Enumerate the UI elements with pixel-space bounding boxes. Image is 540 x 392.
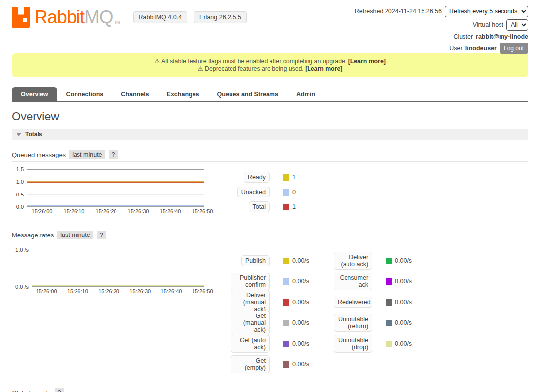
banner-line-deprecated: ⚠ Deprecated features are being used. [L… bbox=[17, 65, 523, 73]
unroutable-return-value: 0.00/s bbox=[395, 319, 412, 326]
rabbitmq-version-badge: RabbitMQ 4.0.4 bbox=[133, 11, 188, 23]
banner-line-feature-flags: ⚠ All stable feature flags must be enabl… bbox=[17, 58, 523, 65]
x-tick-label: 15:26:40 bbox=[161, 288, 182, 294]
learn-more-link-1[interactable]: [Learn more] bbox=[348, 58, 386, 65]
unroutable-drop-value: 0.00/s bbox=[395, 340, 412, 347]
virtual-host-label: Virtual host bbox=[473, 21, 503, 28]
queued-help-badge[interactable]: ? bbox=[109, 150, 118, 159]
redelivered-value: 0.00/s bbox=[395, 299, 412, 306]
legend-label-publisher-confirm: Publisher confirm bbox=[231, 273, 270, 290]
deliver-auto-ack-swatch-icon bbox=[386, 258, 392, 264]
x-tick-label: 15:26:00 bbox=[32, 208, 53, 214]
publish-swatch-icon bbox=[283, 258, 289, 264]
global-counts-heading: Global counts ? bbox=[12, 388, 528, 392]
legend-label-get-empty: Get (empty) bbox=[231, 355, 270, 373]
brand-primary: Rabbit bbox=[35, 7, 84, 28]
x-tick-label: 15:26:50 bbox=[192, 288, 213, 294]
y-tick-label: 1.0 /s bbox=[15, 247, 29, 253]
legend-label-redelivered: Redelivered bbox=[334, 297, 372, 308]
warning-banner: ⚠ All stable feature flags must be enabl… bbox=[12, 53, 528, 77]
brand-secondary: MQ bbox=[84, 7, 113, 28]
tab-connections[interactable]: Connections bbox=[57, 87, 113, 101]
queued-range-badge[interactable]: last minute bbox=[69, 150, 105, 159]
legend-label-get-auto-ack: Get (auto ack) bbox=[231, 335, 270, 353]
ready-swatch-icon bbox=[283, 174, 289, 181]
virtual-host-select[interactable]: All bbox=[506, 19, 528, 31]
x-tick-label: 15:26:20 bbox=[96, 208, 117, 214]
erlang-version-badge: Erlang 26.2.5.5 bbox=[194, 11, 247, 23]
total-swatch-icon bbox=[283, 204, 289, 210]
x-tick-label: 15:26:30 bbox=[128, 208, 149, 214]
global-counts-help-badge[interactable]: ? bbox=[55, 388, 64, 392]
x-tick-label: 15:26:00 bbox=[36, 288, 57, 294]
legend-label-get-manual-ack: Get (manual ack) bbox=[231, 311, 270, 335]
y-tick-label: 1.5 bbox=[16, 166, 24, 172]
redelivered-swatch-icon bbox=[386, 299, 392, 306]
legend-label-consumer-ack: Consumer ack bbox=[334, 273, 372, 290]
rates-y-axis: 1.0 /s0.0 /s bbox=[12, 250, 32, 287]
rates-help-badge[interactable]: ? bbox=[97, 231, 106, 239]
tab-bar: OverviewConnectionsChannelsExchangesQueu… bbox=[12, 87, 528, 102]
tab-channels[interactable]: Channels bbox=[112, 87, 157, 101]
warning-icon-text: ⚠ All stable feature flags must be enabl… bbox=[154, 58, 347, 65]
unroutable-drop-swatch-icon bbox=[386, 341, 392, 347]
deliver-manual-ack-value: 0.00/s bbox=[292, 299, 309, 306]
legend-label-ready: Ready bbox=[244, 172, 270, 183]
rabbitmq-logo[interactable]: RabbitMQTM bbox=[12, 7, 120, 28]
publisher-confirm-value: 0.00/s bbox=[292, 278, 309, 285]
rates-x-axis: 15:26:0015:26:1015:26:2015:26:3015:26:40… bbox=[32, 288, 204, 296]
tab-queues-and-streams[interactable]: Queues and Streams bbox=[208, 87, 287, 101]
x-tick-label: 15:26:30 bbox=[129, 288, 151, 294]
message-rates-heading: Message rates last minute ? bbox=[12, 231, 528, 242]
tab-exchanges[interactable]: Exchanges bbox=[158, 87, 208, 101]
message-rates-chart: 1.0 /s0.0 /s 15:26:0015:26:1015:26:2015:… bbox=[12, 250, 528, 375]
cluster-name: rabbit@my-linode bbox=[476, 33, 528, 40]
y-tick-label: 0.0 /s bbox=[15, 284, 29, 290]
get-manual-ack-swatch-icon bbox=[283, 320, 289, 326]
y-tick-label: 0.0 bbox=[16, 204, 24, 210]
rates-legend: PublishPublisher confirmDeliver (manual … bbox=[228, 250, 412, 375]
unacked-value: 0 bbox=[292, 189, 296, 196]
rates-plot-area bbox=[32, 250, 204, 287]
total-value: 1 bbox=[292, 203, 296, 210]
consumer-ack-swatch-icon bbox=[386, 278, 392, 285]
unroutable-return-swatch-icon bbox=[386, 320, 392, 326]
deliver-auto-ack-value: 0.00/s bbox=[395, 257, 412, 264]
main-content: Overview Totals Queued messages last min… bbox=[0, 110, 540, 392]
x-tick-label: 15:26:40 bbox=[160, 208, 181, 214]
legend-label-publish: Publish bbox=[241, 255, 270, 266]
queued-y-axis: 1.51.00.50.0 bbox=[12, 169, 27, 207]
totals-label: Totals bbox=[25, 131, 42, 138]
legend-label-unacked: Unacked bbox=[237, 187, 270, 197]
publish-value: 0.00/s bbox=[292, 257, 309, 264]
x-tick-label: 15:26:10 bbox=[67, 288, 88, 294]
user-name: linodeuser bbox=[465, 45, 497, 52]
learn-more-link-2[interactable]: [Learn more] bbox=[305, 65, 342, 72]
queued-messages-title: Queued messages bbox=[12, 151, 66, 158]
message-rates-title: Message rates bbox=[12, 232, 54, 239]
get-empty-value: 0.00/s bbox=[292, 361, 309, 368]
consumer-ack-value: 0.00/s bbox=[395, 278, 412, 285]
global-counts-title: Global counts bbox=[12, 389, 51, 392]
publisher-confirm-swatch-icon bbox=[283, 278, 289, 285]
queued-messages-heading: Queued messages last minute ? bbox=[12, 150, 528, 162]
totals-collapse-bar[interactable]: Totals bbox=[12, 129, 528, 140]
rates-range-badge[interactable]: last minute bbox=[57, 231, 93, 239]
queued-messages-chart: 1.51.00.50.0 15:26:0015:26:1015:26:2015:… bbox=[12, 169, 528, 216]
tab-overview[interactable]: Overview bbox=[12, 87, 57, 101]
queued-legend: ReadyUnackedTotal 101 bbox=[228, 169, 296, 216]
cluster-label: Cluster bbox=[453, 33, 473, 40]
rabbitmq-logo-icon bbox=[12, 7, 32, 28]
x-tick-label: 15:26:10 bbox=[64, 208, 85, 214]
legend-label-deliver-auto-ack: Deliver (auto ack) bbox=[334, 252, 372, 270]
legend-label-unroutable-return: Unroutable (return) bbox=[334, 314, 372, 332]
y-tick-label: 1.0 bbox=[16, 179, 24, 185]
trademark: TM bbox=[114, 20, 120, 28]
ready-value: 1 bbox=[292, 174, 296, 181]
queued-plot-area bbox=[27, 169, 204, 207]
tab-admin[interactable]: Admin bbox=[287, 87, 324, 101]
refresh-interval-select[interactable]: Refresh every 5 seconds bbox=[445, 6, 528, 17]
logout-button[interactable]: Log out bbox=[500, 43, 528, 54]
queued-x-axis: 15:26:0015:26:1015:26:2015:26:3015:26:40… bbox=[27, 208, 204, 216]
get-auto-ack-value: 0.00/s bbox=[292, 340, 309, 347]
